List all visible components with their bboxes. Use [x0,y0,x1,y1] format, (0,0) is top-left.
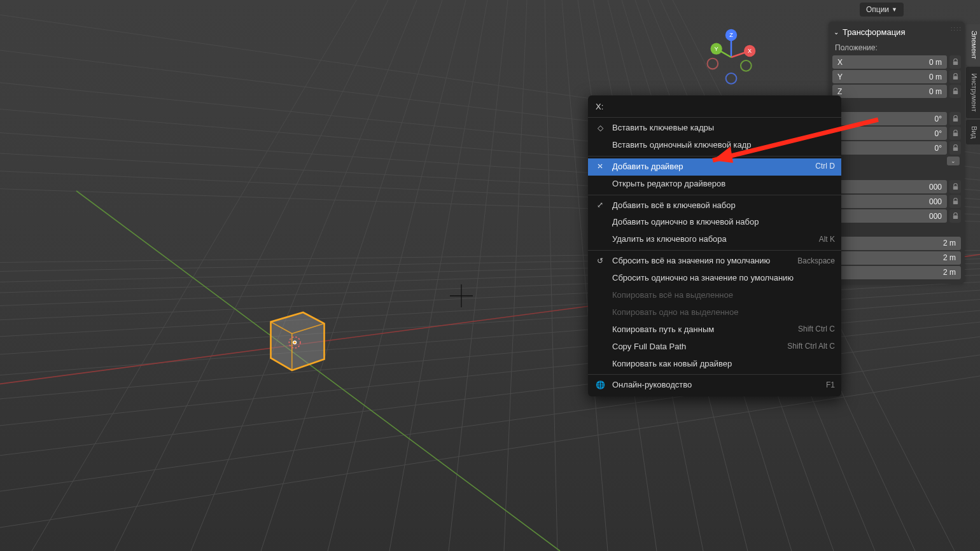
lock-icon[interactable] [949,55,961,69]
menu-separator [588,117,841,118]
menu-item-label: Вставить одиночный ключевой кадр [612,140,829,151]
svg-rect-65 [953,201,957,205]
menu-item[interactable]: ⤬Добавить драйверCtrl D [588,158,841,176]
gizmo-z-label: Z [729,32,733,38]
menu-item-shortcut: Ctrl D [815,162,835,172]
svg-rect-58 [953,62,957,66]
chevron-down-icon: ⌄ [834,29,839,36]
svg-line-29 [504,0,527,551]
svg-point-57 [726,73,737,84]
lock-icon[interactable] [949,180,961,193]
menu-item-label: Сбросить одиночно на значение по умолчан… [612,273,829,284]
lock-icon[interactable] [949,195,961,208]
menu-item-shortcut: Shift Ctrl C [798,324,835,335]
panel-title: Трансформация [843,27,905,37]
lock-icon[interactable] [949,85,961,98]
dimension-y-field[interactable]: 2 m [832,251,961,265]
context-menu-title: X: [588,98,841,115]
tab-view[interactable]: Вид [966,120,980,145]
menu-item-shortcut: F1 [826,380,835,391]
menu-item[interactable]: Открыть редактор драйверов [588,176,841,193]
chevron-down-icon: ▼ [892,6,897,13]
lock-icon[interactable] [949,127,961,140]
nav-gizmo[interactable]: Z X Y [699,25,763,89]
menu-item-label: Copy Full Data Path [612,342,781,352]
svg-rect-66 [953,216,957,220]
menu-item[interactable]: Copy Full Data PathShift Ctrl Alt C [588,338,841,356]
menu-item: Копировать всё на выделенное [588,287,841,304]
menu-item[interactable]: Копировать путь к даннымShift Ctrl C [588,321,841,338]
panel-header[interactable]: ⌄ Трансформация [831,25,962,42]
menu-item-label: Копировать одно на выделенное [612,307,829,318]
svg-line-27 [389,0,487,551]
location-z-field[interactable]: Z0 m [832,85,947,98]
rotation-mode-dropdown[interactable]: ⌄ [947,157,960,165]
default-cube[interactable] [264,308,331,375]
lock-icon[interactable] [949,112,961,125]
lock-icon[interactable] [949,70,961,83]
location-x-field[interactable]: X0 m [832,55,947,69]
svg-rect-63 [953,148,957,151]
menu-item[interactable]: 🌐Онлайн-руководствоF1 [588,377,841,394]
svg-point-55 [708,59,718,69]
position-label: Положение: [831,42,962,55]
tab-item[interactable]: Элемент [966,24,980,66]
menu-item[interactable]: Копировать как новый драйвер [588,356,841,373]
options-dropdown[interactable]: Опции ▼ [860,3,904,17]
svg-line-26 [328,0,466,551]
key-icon: ◇ [594,123,606,134]
menu-item-label: Открыть редактор драйверов [612,179,829,190]
rotation-x-field[interactable]: 0° [832,112,947,125]
svg-rect-61 [953,118,957,122]
scale-y-field[interactable]: 000 [832,195,947,208]
keyset-icon: ⤢ [594,200,606,211]
menu-item-label: Копировать всё на выделенное [612,290,829,301]
svg-marker-44 [271,312,325,370]
dimension-x-field[interactable]: 2 m [832,237,961,250]
menu-item[interactable]: Удалить из ключевого набораAlt K [588,231,841,248]
location-y-field[interactable]: Y0 m [832,70,947,83]
menu-item-label: Вставить ключевые кадры [612,123,829,134]
context-menu: X: ◇Вставить ключевые кадрыВставить один… [588,95,841,396]
menu-item: Копировать одно на выделенное [588,304,841,321]
menu-separator [588,250,841,251]
menu-item-shortcut: Shift Ctrl Alt C [787,342,835,352]
menu-item[interactable]: Сбросить одиночно на значение по умолчан… [588,270,841,287]
menu-item[interactable]: ⤢Добавить всё в ключевой набор [588,197,841,214]
menu-separator [588,156,841,157]
svg-rect-60 [953,91,957,95]
scale-x-field[interactable]: 000 [832,180,947,193]
menu-item-label: Удалить из ключевого набора [612,234,813,245]
globe-icon: 🌐 [594,380,606,391]
menu-item[interactable]: Вставить одиночный ключевой кадр [588,137,841,154]
reset-icon: ↺ [594,256,606,267]
rotation-z-field[interactable]: 0° [832,141,947,155]
menu-item[interactable]: ◇Вставить ключевые кадры [588,120,841,137]
menu-item-label: Добавить драйвер [612,162,809,172]
gizmo-x-label: X [748,48,752,54]
scale-z-field[interactable]: 000 [832,209,947,223]
menu-item-label: Копировать как новый драйвер [612,359,829,370]
svg-line-22 [32,0,356,551]
menu-item-label: Добавить всё в ключевой набор [612,200,829,211]
menu-item-label: Копировать путь к данным [612,324,792,335]
svg-line-30 [545,0,557,551]
transform-panel: :::: ⌄ Трансформация Положение: X0 m Y0 … [829,22,965,284]
menu-item[interactable]: Добавить одиночно в ключевой набор [588,214,841,231]
svg-point-48 [293,342,296,344]
lock-icon[interactable] [949,141,961,155]
tab-tool[interactable]: Инструмент [966,67,980,118]
svg-point-56 [741,60,752,71]
menu-item[interactable]: ↺Сбросить всё на значения по умолчаниюBa… [588,253,841,270]
svg-rect-59 [953,76,957,80]
menu-separator [588,195,841,195]
rotation-y-field[interactable]: 0° [832,127,947,140]
svg-rect-64 [953,186,957,190]
menu-item-shortcut: Alt K [819,235,835,245]
menu-separator [588,374,841,375]
menu-item-label: Добавить одиночно в ключевой набор [612,217,829,228]
dimension-z-field[interactable]: 2 m [832,266,961,279]
lock-icon[interactable] [949,209,961,223]
panel-drag-icon[interactable]: :::: [951,25,962,32]
npanel-tabs: Элемент Инструмент Вид [966,24,980,144]
